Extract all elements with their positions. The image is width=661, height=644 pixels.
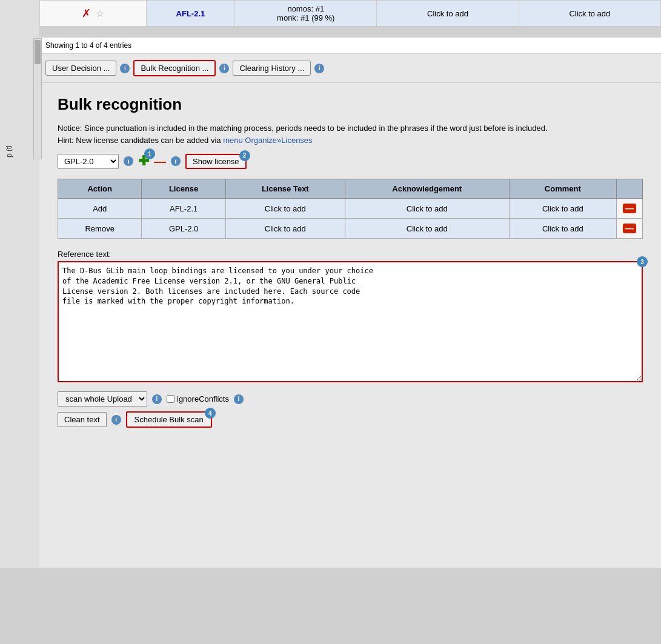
star-empty-icon[interactable]: ☆ <box>96 8 104 19</box>
red-x-icon[interactable]: ✗ <box>82 7 91 19</box>
col-license-text: License Text <box>225 179 345 199</box>
table-row: Add AFL-2.1 Click to add Click to add Cl… <box>58 199 643 219</box>
row2-text[interactable]: Click to add <box>225 219 345 239</box>
tab-clearing-history[interactable]: Clearing History ... <box>233 61 311 76</box>
license-action-info-icon[interactable]: i <box>171 156 181 166</box>
tab-user-decision[interactable]: User Decision ... <box>45 61 116 76</box>
row2-license: GPL-2.0 <box>142 219 225 239</box>
showing-entries: Showing 1 to 4 of 4 entries <box>39 38 661 54</box>
organize-licenses-link[interactable]: menu Organize»Licenses <box>223 136 312 145</box>
row1-text[interactable]: Click to add <box>225 199 345 219</box>
ignore-conflicts-label: ignoreConflicts <box>167 394 229 403</box>
row2-action: Remove <box>58 219 142 239</box>
schedule-bulk-scan-button[interactable]: Schedule Bulk scan 4 <box>126 411 212 428</box>
scan-select[interactable]: scan whole Upload scan this folder scan … <box>58 391 147 407</box>
row1-ack[interactable]: Click to add <box>345 199 509 219</box>
row1-action: Add <box>58 199 142 219</box>
clean-text-button[interactable]: Clean text <box>58 412 107 427</box>
badge-1: 1 <box>144 148 155 159</box>
bottom-row1: scan whole Upload scan this folder scan … <box>58 391 643 407</box>
badge-3: 3 <box>637 256 648 267</box>
tab-bar: User Decision ... i Bulk Recognition ...… <box>39 54 661 83</box>
license-select[interactable]: GPL-2.0 AFL-2.1 MIT Apache-2.0 <box>58 154 119 169</box>
ignore-conflicts-text: ignoreConflicts <box>177 394 229 403</box>
badge-4: 4 <box>205 408 216 419</box>
col-acknowledgement: Acknowledgement <box>345 179 509 199</box>
bulk-recognition-info-icon[interactable]: i <box>219 64 229 73</box>
top-table: ✗ ☆ AFL-2.1 nomos: #1 monk: #1 (99 %) Cl… <box>39 0 661 27</box>
clean-info-icon[interactable]: i <box>111 415 121 425</box>
notice-text: Notice: Since punctuation is included in… <box>58 122 643 146</box>
col-remove <box>617 179 643 199</box>
col-action: Action <box>58 179 142 199</box>
license-select-info-icon[interactable]: i <box>124 156 133 166</box>
ignore-conflicts-info-icon[interactable]: i <box>234 394 244 404</box>
add-license-icon[interactable]: ✚ 1 <box>138 153 149 169</box>
badge-2: 2 <box>239 150 250 161</box>
monk-info: monk: #1 (99 %) <box>241 13 370 22</box>
nomos-info: nomos: #1 <box>241 4 370 13</box>
bottom-controls: scan whole Upload scan this folder scan … <box>58 391 643 428</box>
row1-remove-button[interactable]: — <box>623 204 636 213</box>
license-select-row: GPL-2.0 AFL-2.1 MIT Apache-2.0 i ✚ 1 — i… <box>58 153 643 169</box>
main-content: Bulk recognition Notice: Since punctuati… <box>39 83 661 568</box>
row2-ack[interactable]: Click to add <box>345 219 509 239</box>
clearing-history-info-icon[interactable]: i <box>314 64 324 73</box>
scan-info-icon[interactable]: i <box>152 394 162 404</box>
show-license-button[interactable]: Show license 2 <box>185 154 247 169</box>
row2-remove-cell: — <box>617 219 643 239</box>
table-row: Remove GPL-2.0 Click to add Click to add… <box>58 219 643 239</box>
license-name: AFL-2.1 <box>176 9 205 18</box>
row1-remove-cell: — <box>617 199 643 219</box>
click-to-add-2[interactable]: Click to add <box>519 1 660 27</box>
reference-textarea[interactable] <box>58 261 643 382</box>
bottom-row2: Clean text i Schedule Bulk scan 4 <box>58 411 643 428</box>
tab-bulk-recognition[interactable]: Bulk Recognition ... <box>133 60 216 76</box>
remove-license-icon[interactable]: — <box>154 154 166 168</box>
row1-comment[interactable]: Click to add <box>509 199 616 219</box>
ignore-conflicts-checkbox[interactable] <box>167 395 174 403</box>
click-to-add-1[interactable]: Click to add <box>377 1 519 27</box>
user-decision-info-icon[interactable]: i <box>120 64 130 73</box>
reference-label: Reference text: <box>58 250 643 259</box>
row1-license: AFL-2.1 <box>142 199 225 219</box>
row2-remove-button[interactable]: — <box>623 224 636 233</box>
col-license: License <box>142 179 225 199</box>
bulk-recognition-table: Action License License Text Acknowledgem… <box>58 179 643 239</box>
section-title: Bulk recognition <box>58 95 643 114</box>
left-sidebar-label: p (tl <box>5 145 13 158</box>
col-comment: Comment <box>509 179 616 199</box>
row2-comment[interactable]: Click to add <box>509 219 616 239</box>
